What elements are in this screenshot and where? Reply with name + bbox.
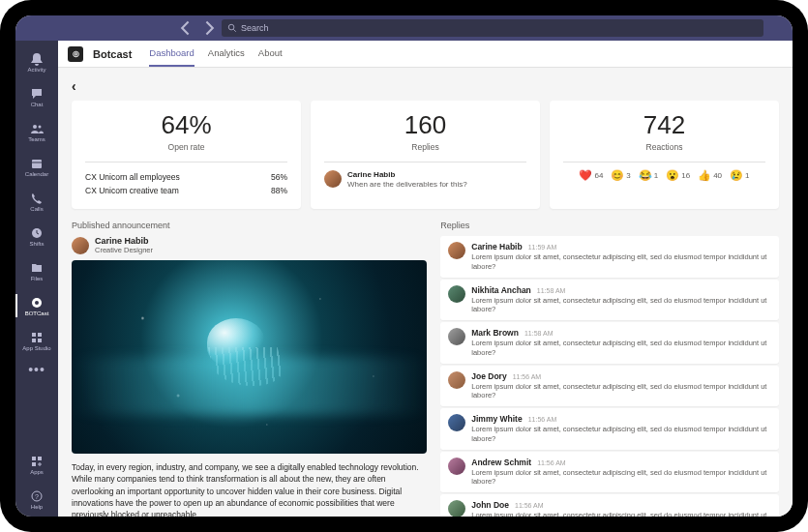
calls-icon	[30, 192, 44, 205]
svg-rect-11	[32, 339, 36, 342]
appstudio-icon	[30, 331, 44, 344]
announcement-body: Today, in every region, industry, and co…	[72, 461, 427, 517]
svg-rect-10	[38, 333, 42, 337]
reaction-emoji-icon: 😂	[639, 170, 652, 181]
tab-about[interactable]: About	[258, 41, 283, 67]
reply-item[interactable]: Carine Habib 11:59 AM Lorem ipsum dolor …	[440, 236, 779, 278]
reaction-count: 64	[594, 171, 603, 180]
back-button[interactable]: ‹	[72, 78, 76, 94]
rail-item-label: Calls	[30, 206, 43, 212]
reaction-emoji-icon: 😢	[730, 170, 743, 181]
reaction-item: 😊3	[611, 170, 630, 181]
replies-column: Replies Carine Habib 11:59 AM Lorem ipsu…	[440, 221, 779, 517]
announcement-section-label: Published announcement	[72, 221, 427, 230]
reply-author: Carine Habib	[471, 242, 522, 251]
rail-item-label: Help	[31, 504, 43, 510]
rail-item-apps[interactable]: Apps	[15, 447, 58, 482]
avatar	[448, 458, 465, 475]
reply-timestamp: 11:56 AM	[515, 502, 544, 509]
reactions-row: ❤️64😊3😂1😮16👍40😢1	[563, 170, 765, 181]
apps-icon	[30, 455, 44, 468]
search-icon	[227, 23, 237, 33]
reaction-count: 40	[713, 171, 722, 180]
open-rate-row: CX Unicorn creative team88%	[85, 184, 287, 197]
activity-icon	[30, 52, 44, 66]
rail-item-activity[interactable]: Activity	[15, 44, 58, 79]
rail-item-label: Chat	[31, 102, 44, 107]
reply-item[interactable]: John Doe 11:56 AM Lorem ipsum dolor sit …	[440, 494, 779, 517]
reply-timestamp: 11:58 AM	[524, 330, 554, 337]
reply-message: Lorem ipsum dolor sit amet, consectetur …	[471, 296, 771, 315]
reaction-item: ❤️64	[579, 170, 603, 181]
announcement-author: Carine Habib Creative Designer	[72, 236, 427, 254]
reaction-count: 1	[745, 171, 749, 180]
reaction-item: 😂1	[639, 170, 658, 181]
avatar	[448, 414, 465, 431]
rail-item-help[interactable]: ?Help	[15, 482, 58, 517]
reply-item[interactable]: Joe Dory 11:56 AM Lorem ipsum dolor sit …	[440, 366, 779, 407]
app-tabs: DashboardAnalyticsAbout	[149, 41, 282, 67]
open-rate-value: 64%	[85, 110, 287, 140]
rail-item-label: Activity	[27, 67, 45, 73]
reply-author: Andrew Schmit	[471, 458, 531, 467]
open-rate-row-value: 88%	[271, 186, 287, 195]
nav-back-button[interactable]	[179, 20, 195, 36]
reply-item[interactable]: Jimmy White 11:56 AM Lorem ipsum dolor s…	[440, 408, 779, 450]
rail-item-files[interactable]: Files	[15, 253, 58, 288]
nav-forward-button[interactable]	[200, 20, 216, 36]
rail-item-teams[interactable]: Teams	[15, 114, 58, 149]
reaction-count: 3	[626, 171, 630, 180]
announcement-image	[72, 260, 427, 454]
open-rate-card: 64% Open rate CX Unicorn all employees56…	[72, 101, 301, 209]
tab-dashboard[interactable]: Dashboard	[149, 41, 194, 67]
reactions-label: Reactions	[563, 142, 765, 152]
reply-timestamp: 11:56 AM	[528, 416, 557, 423]
author-name: Carine Habib	[95, 236, 153, 246]
reply-item[interactable]: Andrew Schmit 11:56 AM Lorem ipsum dolor…	[440, 452, 779, 493]
rail-more-button[interactable]: •••	[28, 362, 45, 377]
search-input[interactable]	[241, 23, 758, 33]
reactions-card: 742 Reactions ❤️64😊3😂1😮16👍40😢1	[550, 101, 779, 209]
chat-icon	[30, 87, 44, 101]
reply-timestamp: 11:56 AM	[513, 373, 542, 380]
content-scroll[interactable]: ‹ 64% Open rate CX Unicorn all employees…	[58, 68, 793, 517]
app-logo-icon: ◎	[68, 46, 83, 62]
rail-item-calls[interactable]: Calls	[15, 184, 58, 219]
svg-rect-9	[32, 333, 36, 337]
reaction-item: 👍40	[698, 170, 722, 181]
title-bar	[15, 15, 793, 41]
announcement-column: Published announcement Carine Habib Crea…	[72, 221, 427, 517]
replies-section-label: Replies	[440, 221, 779, 230]
rail-item-appstudio[interactable]: App Studio	[15, 323, 58, 358]
avatar	[448, 285, 465, 303]
reply-item[interactable]: Nikhita Anchan 11:58 AM Lorem ipsum dolo…	[440, 280, 779, 321]
tab-analytics[interactable]: Analytics	[208, 41, 245, 67]
open-rate-row-value: 56%	[271, 172, 287, 182]
reaction-emoji-icon: 😊	[611, 170, 624, 181]
shifts-icon	[30, 226, 44, 240]
svg-point-3	[39, 125, 42, 128]
featured-reply-name: Carine Habib	[347, 170, 467, 179]
help-icon: ?	[30, 489, 44, 503]
featured-reply-message: When are the deliverables for this?	[347, 180, 467, 189]
reply-author: John Doe	[471, 500, 509, 510]
avatar	[448, 328, 465, 345]
search-box[interactable]	[222, 19, 763, 37]
rail-item-botcast[interactable]: BOTCast	[15, 288, 58, 323]
rail-item-label: Teams	[28, 136, 45, 142]
reply-author: Jimmy White	[471, 414, 522, 424]
rail-item-label: Files	[31, 276, 44, 281]
open-rate-row-name: CX Unicorn creative team	[85, 186, 179, 195]
reply-message: Lorem ipsum dolor sit amet, consectetur …	[471, 511, 771, 517]
teams-icon	[30, 122, 44, 135]
reaction-emoji-icon: ❤️	[579, 170, 592, 181]
reply-item[interactable]: Mark Brown 11:58 AM Lorem ipsum dolor si…	[440, 322, 779, 364]
reply-author: Joe Dory	[471, 371, 506, 381]
svg-text:?: ?	[35, 493, 39, 500]
main-area: ◎ Botcast DashboardAnalyticsAbout ‹ 64% …	[58, 41, 793, 517]
rail-item-shifts[interactable]: Shifts	[15, 219, 58, 253]
rail-item-chat[interactable]: Chat	[15, 79, 58, 114]
reaction-emoji-icon: 👍	[698, 170, 711, 181]
rail-item-calendar[interactable]: Calendar	[15, 149, 58, 184]
svg-point-8	[35, 301, 39, 305]
